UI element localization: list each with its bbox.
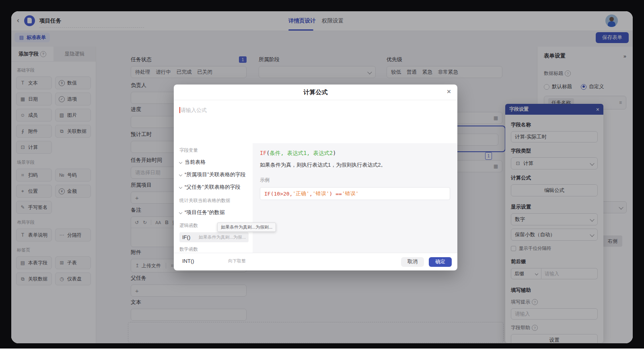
close-icon[interactable]: × [447,88,451,96]
var-project-relation[interactable]: “所属项目”关联表格的字段 [179,171,249,178]
math-fn-label: 数学函数 [179,246,249,252]
chevron-down-icon [179,211,182,214]
variable-list: 字段变量 当前表格 “所属项目”关联表格的字段 “父任务”关联表格的字段 统计关… [174,143,253,253]
chevron-down-icon [179,161,182,164]
fn-name: IF [260,150,266,156]
confirm-button[interactable]: 确定 [429,257,452,267]
if-tooltip: 如果条件为真则...为假则... [217,223,276,232]
chevron-down-icon [179,173,182,176]
var-current-table[interactable]: 当前表格 [179,159,249,166]
formula-input[interactable]: 请输入公式 [174,100,457,143]
text-caret [179,107,180,113]
function-doc: IF(条件, 表达式1, 表达式2) 如果条件为真，则执行表达式1，为假则执行表… [253,143,457,253]
chevron-down-icon [179,186,182,189]
fn-if[interactable]: IF()如果条件为真则...为假... [179,232,249,242]
cancel-button[interactable]: 取消 [401,257,424,267]
stats-label: 统计关联当前表格的数据 [179,198,249,204]
modal-title: 计算公式 [304,89,328,96]
example-code: IF(10>20, '正确', '错误') == '错误' [260,187,450,200]
field-vars-label: 字段变量 [179,147,249,153]
fn-description: 如果条件为真，则执行表达式1，为假则执行表达式2。 [260,161,450,169]
bottom-strip [0,349,644,361]
stats-project-task-data[interactable]: “项目任务”的数据 [179,209,249,216]
var-parent-relation[interactable]: “父任务”关联表格的字段 [179,184,249,191]
formula-modal: 计算公式 × 请输入公式 字段变量 当前表格 “所属项目”关联表格的字段 “父任… [174,85,457,270]
page: ‹ 项目任务 详情页设计 权限设置 ▤ 标准表单 保存表单 添加字段 ? 显隐逻… [0,0,644,361]
example-label: 示例 [260,177,450,184]
